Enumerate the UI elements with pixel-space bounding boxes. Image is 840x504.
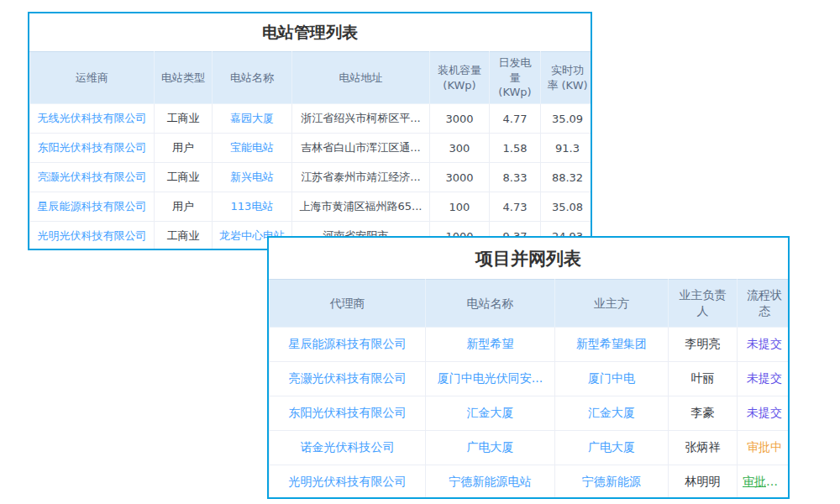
daily-generation-cell: 1.58 <box>490 134 541 163</box>
station-type-cell: 工商业 <box>155 104 213 134</box>
owner-link[interactable]: 新型希望集团 <box>555 328 669 362</box>
realtime-power-cell: 88.32 <box>541 163 593 192</box>
station-name-link[interactable]: 新兴电站 <box>213 163 292 192</box>
owner-link[interactable]: 厦门中电 <box>555 362 669 396</box>
station-type-cell: 工商业 <box>155 163 213 192</box>
col-station-name: 电站名称 <box>426 280 555 328</box>
owner-contact-cell: 林明明 <box>669 465 738 500</box>
station-address-cell: 吉林省白山市浑江区通... <box>292 134 430 163</box>
station-table-header-row: 运维商 电站类型 电站名称 电站地址 装机容量 (KWp) 日发电量 (KWp)… <box>30 52 593 104</box>
status-badge: 未提交 <box>738 362 790 396</box>
agent-link[interactable]: 星辰能源科技有限公司 <box>270 328 426 362</box>
table-row: 亮灏光伏科技有限公司 工商业 新兴电站 江苏省泰州市靖江经济... 3000 8… <box>30 163 593 192</box>
station-name-link[interactable]: 113电站 <box>213 192 292 222</box>
owner-link[interactable]: 汇金大厦 <box>555 396 669 431</box>
installed-capacity-cell: 3000 <box>430 104 490 134</box>
col-station-address: 电站地址 <box>292 52 430 104</box>
daily-generation-cell: 4.77 <box>490 104 541 134</box>
table-row: 无线光伏科技有限公司 工商业 嘉园大厦 浙江省绍兴市柯桥区平... 3000 4… <box>30 104 593 134</box>
col-process-status: 流程状态 <box>738 280 790 328</box>
agent-link[interactable]: 光明光伏科技有限公司 <box>270 465 426 500</box>
owner-contact-cell: 李豪 <box>669 396 738 431</box>
grid-table-title: 项目并网列表 <box>269 238 788 279</box>
installed-capacity-cell: 3000 <box>430 163 490 192</box>
realtime-power-cell: 91.3 <box>541 134 593 163</box>
owner-link[interactable]: 广电大厦 <box>555 431 669 465</box>
operator-link[interactable]: 亮灏光伏科技有限公司 <box>30 163 155 192</box>
status-badge: 未提交 <box>738 396 790 431</box>
station-name-link[interactable]: 汇金大厦 <box>426 396 555 431</box>
operator-link[interactable]: 无线光伏科技有限公司 <box>30 104 155 134</box>
table-row: 亮灏光伏科技有限公司 厦门中电光伏同安... 厦门中电 叶丽 未提交 <box>270 362 790 396</box>
owner-contact-cell: 张炳祥 <box>669 431 738 465</box>
station-management-card: 电站管理列表 运维商 电站类型 电站名称 电站地址 装机容量 (KWp) 日发电… <box>28 12 592 250</box>
col-station-type: 电站类型 <box>155 52 213 104</box>
station-name-link[interactable]: 广电大厦 <box>426 431 555 465</box>
table-row: 诺金光伏科技公司 广电大厦 广电大厦 张炳祥 审批中 <box>270 431 790 465</box>
col-installed-capacity: 装机容量 (KWp) <box>430 52 490 104</box>
operator-link[interactable]: 星辰能源科技有限公司 <box>30 192 155 222</box>
station-name-link[interactable]: 新型希望 <box>426 328 555 362</box>
project-grid-connection-card: 项目并网列表 代理商 电站名称 业主方 业主负责人 流程状态 星辰能源科技有限公… <box>267 236 790 499</box>
station-name-link[interactable]: 宁德新能源电站 <box>426 465 555 500</box>
grid-table: 代理商 电站名称 业主方 业主负责人 流程状态 星辰能源科技有限公司 新型希望 … <box>269 279 790 499</box>
table-row: 东阳光伏科技有限公司 用户 宝能电站 吉林省白山市浑江区通... 300 1.5… <box>30 134 593 163</box>
installed-capacity-cell: 100 <box>430 192 490 222</box>
daily-generation-cell: 4.73 <box>490 192 541 222</box>
operator-link[interactable]: 东阳光伏科技有限公司 <box>30 134 155 163</box>
status-badge-approved-link[interactable]: 审批通过 <box>738 465 790 500</box>
realtime-power-cell: 35.08 <box>541 192 593 222</box>
table-row: 星辰能源科技有限公司 用户 113电站 上海市黄浦区福州路65... 100 4… <box>30 192 593 222</box>
grid-table-header-row: 代理商 电站名称 业主方 业主负责人 流程状态 <box>270 280 790 328</box>
owner-link[interactable]: 宁德新能源 <box>555 465 669 500</box>
operator-link[interactable]: 光明光伏科技有限公司 <box>30 222 155 251</box>
station-address-cell: 浙江省绍兴市柯桥区平... <box>292 104 430 134</box>
station-type-cell: 用户 <box>155 134 213 163</box>
station-table: 运维商 电站类型 电站名称 电站地址 装机容量 (KWp) 日发电量 (KWp)… <box>29 51 592 250</box>
installed-capacity-cell: 300 <box>430 134 490 163</box>
station-table-title: 电站管理列表 <box>29 13 591 51</box>
station-type-cell: 工商业 <box>155 222 213 251</box>
status-badge: 未提交 <box>738 328 790 362</box>
daily-generation-cell: 8.33 <box>490 163 541 192</box>
station-name-link[interactable]: 宝能电站 <box>213 134 292 163</box>
owner-contact-cell: 叶丽 <box>669 362 738 396</box>
col-owner: 业主方 <box>555 280 669 328</box>
col-daily-generation: 日发电量 (KWp) <box>490 52 541 104</box>
owner-contact-cell: 李明亮 <box>669 328 738 362</box>
status-badge: 审批中 <box>738 431 790 465</box>
agent-link[interactable]: 东阳光伏科技有限公司 <box>270 396 426 431</box>
col-agent: 代理商 <box>270 280 426 328</box>
table-row: 东阳光伏科技有限公司 汇金大厦 汇金大厦 李豪 未提交 <box>270 396 790 431</box>
col-station-name: 电站名称 <box>213 52 292 104</box>
col-owner-contact: 业主负责人 <box>669 280 738 328</box>
col-realtime-power: 实时功率 (KW) <box>541 52 593 104</box>
station-address-cell: 上海市黄浦区福州路65... <box>292 192 430 222</box>
agent-link[interactable]: 诺金光伏科技公司 <box>270 431 426 465</box>
station-address-cell: 江苏省泰州市靖江经济... <box>292 163 430 192</box>
table-row: 星辰能源科技有限公司 新型希望 新型希望集团 李明亮 未提交 <box>270 328 790 362</box>
station-type-cell: 用户 <box>155 192 213 222</box>
col-operator: 运维商 <box>30 52 155 104</box>
station-name-link[interactable]: 厦门中电光伏同安... <box>426 362 555 396</box>
station-name-link[interactable]: 嘉园大厦 <box>213 104 292 134</box>
realtime-power-cell: 35.09 <box>541 104 593 134</box>
table-row: 光明光伏科技有限公司 宁德新能源电站 宁德新能源 林明明 审批通过 <box>270 465 790 500</box>
agent-link[interactable]: 亮灏光伏科技有限公司 <box>270 362 426 396</box>
